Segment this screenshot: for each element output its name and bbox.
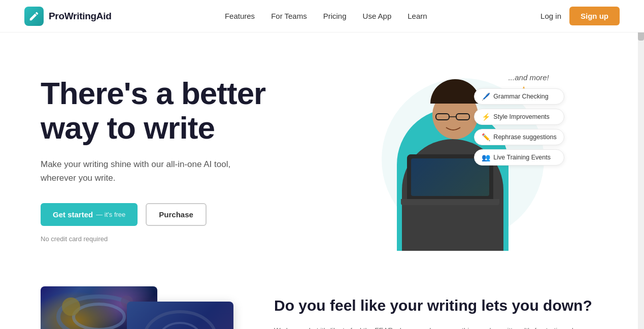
purchase-button[interactable]: Purchase: [146, 203, 207, 226]
hero-illustration: ...and more! ✦ 🖊️ Grammar Checking ⚡ Sty…: [366, 68, 559, 251]
chip-rephrase-icon: ✏️: [482, 133, 490, 141]
hero-buttons: Get started — it's free Purchase: [41, 203, 322, 226]
signup-button[interactable]: Sign up: [569, 7, 620, 25]
chip-style-icon: ⚡: [482, 113, 490, 121]
svg-point-5: [62, 298, 80, 316]
lower-section: My idea in my head Do you feel like your…: [0, 276, 644, 329]
section-title: Do you feel like your writing lets you d…: [274, 297, 603, 315]
lower-left: My idea in my head: [41, 286, 233, 329]
svg-rect-1: [456, 114, 469, 120]
login-button[interactable]: Log in: [540, 12, 561, 20]
logo-icon: [24, 7, 44, 26]
get-started-label: Get started: [53, 210, 93, 219]
navigation: ProWritingAid Features For Teams Pricing…: [0, 0, 644, 32]
nav-item-learn[interactable]: Learn: [408, 12, 427, 21]
person-hair: [430, 79, 480, 104]
hero-subtitle: Make your writing shine with our all-in-…: [41, 157, 254, 185]
laptop-base: [401, 199, 499, 205]
chip-grammar-label: Grammar Checking: [493, 93, 548, 100]
section-desc: We know what it's like to feel the FEAR …: [274, 325, 603, 329]
free-label: — it's free: [96, 211, 125, 218]
nav-item-pricing[interactable]: Pricing: [323, 12, 347, 21]
use-app-link[interactable]: Use App: [363, 12, 392, 20]
hero-left: There's a better way to write Make your …: [41, 76, 322, 243]
features-link[interactable]: Features: [225, 12, 255, 20]
nav-item-for-teams[interactable]: For Teams: [271, 12, 307, 21]
get-started-button[interactable]: Get started — it's free: [41, 203, 138, 226]
nav-actions: Log in Sign up: [540, 7, 620, 25]
chip-rephrase: ✏️ Rephrase suggestions: [474, 129, 564, 145]
hero-title: There's a better way to write: [41, 76, 322, 145]
screenshot-front: My idea in my head: [127, 302, 233, 329]
person-glasses: [435, 112, 470, 121]
chip-rephrase-label: Rephrase suggestions: [493, 134, 556, 141]
chip-training-icon: 👥: [482, 153, 490, 161]
blue-gradient-bg: My idea in my head: [127, 302, 233, 329]
learn-link[interactable]: Learn: [408, 12, 427, 20]
logo-link[interactable]: ProWritingAid: [24, 7, 111, 26]
app-screenshots: My idea in my head: [41, 286, 223, 329]
person-smile: [444, 125, 462, 133]
chip-style: ⚡ Style Improvements: [474, 109, 564, 125]
nav-links: Features For Teams Pricing Use App Learn: [225, 12, 427, 21]
logo-svg: [28, 11, 40, 22]
svg-point-7: [145, 312, 216, 329]
scrollbar[interactable]: [638, 0, 644, 329]
chip-training-label: Live Training Events: [493, 154, 551, 161]
svg-point-4: [74, 304, 124, 329]
for-teams-link[interactable]: For Teams: [271, 12, 307, 20]
logo-text: ProWritingAid: [49, 11, 111, 22]
hero-title-line2: way to write: [41, 110, 215, 145]
feature-chips: 🖊️ Grammar Checking ⚡ Style Improvements…: [474, 88, 564, 166]
nav-item-features[interactable]: Features: [225, 12, 255, 21]
svg-rect-0: [436, 114, 449, 120]
hero-section: There's a better way to write Make your …: [0, 32, 644, 276]
hero-title-line1: There's a better: [41, 76, 265, 111]
chip-style-label: Style Improvements: [493, 113, 549, 120]
chip-grammar: 🖊️ Grammar Checking: [474, 88, 564, 105]
chip-grammar-icon: 🖊️: [482, 92, 490, 101]
chip-training: 👥 Live Training Events: [474, 149, 564, 166]
no-credit-text: No credit card required: [41, 235, 322, 243]
hero-right: ...and more! ✦ 🖊️ Grammar Checking ⚡ Sty…: [322, 63, 604, 256]
blue-bg-svg: [127, 302, 233, 329]
pricing-link[interactable]: Pricing: [323, 12, 347, 20]
svg-point-8: [160, 323, 200, 329]
nav-item-use-app[interactable]: Use App: [363, 12, 392, 21]
lower-right: Do you feel like your writing lets you d…: [274, 286, 603, 329]
